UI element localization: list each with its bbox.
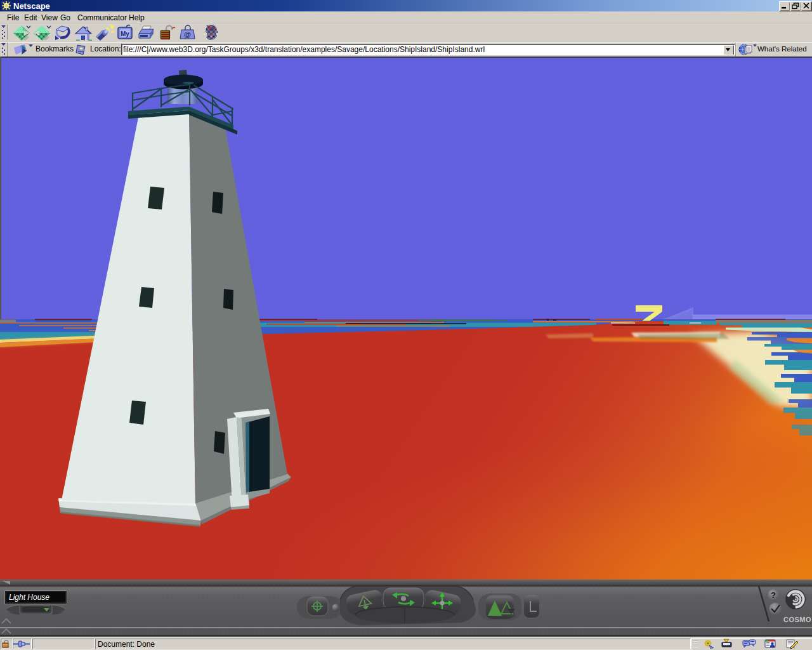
svg-text:My: My <box>121 30 129 37</box>
svg-text:COSMO: COSMO <box>783 616 811 623</box>
svg-text:Light House: Light House <box>9 593 49 602</box>
svg-text:?: ? <box>771 590 776 600</box>
svg-text:@: @ <box>184 30 191 38</box>
